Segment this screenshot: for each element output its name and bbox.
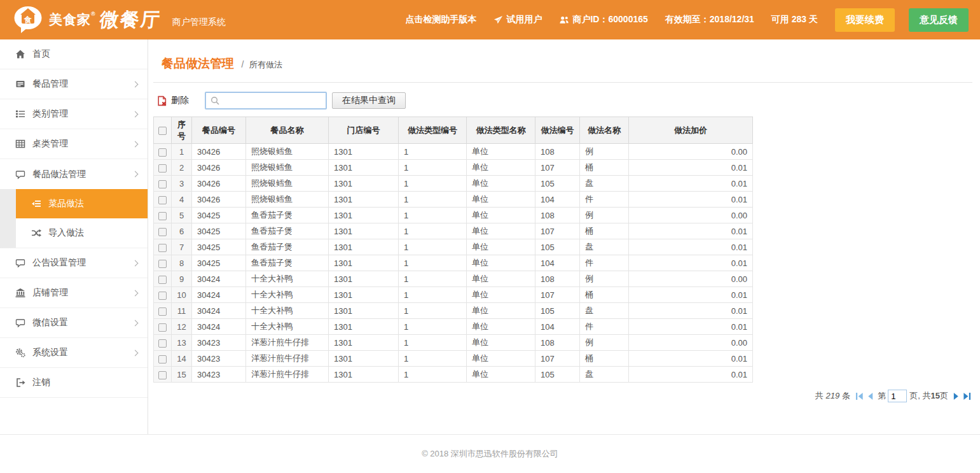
- row-checkbox[interactable]: [158, 371, 167, 379]
- table-cell: 30424: [192, 303, 246, 319]
- table-cell: 108: [535, 271, 580, 287]
- table-cell: 104: [535, 255, 580, 271]
- table-cell: 单位: [467, 319, 535, 335]
- table-cell: 30425: [192, 255, 246, 271]
- table-cell: 件: [580, 192, 629, 208]
- row-checkbox[interactable]: [158, 244, 167, 252]
- table-cell: 鱼香茄子煲: [246, 208, 329, 223]
- row-checkbox[interactable]: [158, 323, 167, 332]
- search-input[interactable]: [223, 93, 326, 108]
- row-checkbox[interactable]: [158, 307, 167, 316]
- sidebar-item-home[interactable]: 首页: [0, 39, 148, 69]
- table-cell: 14: [172, 351, 192, 367]
- row-checkbox[interactable]: [158, 292, 167, 300]
- feedback-button[interactable]: 意见反馈: [909, 8, 969, 32]
- sidebar-subitem-import-methods[interactable]: 导入做法: [16, 218, 148, 248]
- table-cell: 照烧银鳕鱼: [246, 160, 329, 176]
- row-checkbox[interactable]: [158, 212, 167, 220]
- sidebar-item-announcement-settings[interactable]: 公告设置管理: [0, 248, 148, 278]
- row-checkbox-cell: [154, 319, 172, 335]
- previous-page-button[interactable]: [866, 392, 874, 400]
- sidebar-item-dish-management[interactable]: 餐品管理: [0, 69, 148, 99]
- check-assistant-version-link[interactable]: 点击检测助手版本: [405, 14, 476, 25]
- table-cell: 107: [535, 351, 580, 367]
- row-checkbox[interactable]: [158, 196, 167, 204]
- page-word-mid: 页, 共15页: [909, 390, 948, 402]
- brand-product-name: 微餐厅: [98, 7, 162, 33]
- row-checkbox[interactable]: [158, 164, 167, 173]
- bank-icon: [15, 288, 27, 298]
- first-page-button[interactable]: [855, 392, 864, 400]
- sidebar-item-table-type-management[interactable]: 桌类管理: [0, 129, 148, 159]
- sidebar: 首页 餐品管理 类别管理 桌类管理 餐品做法管理 菜品做法: [0, 39, 148, 434]
- row-checkbox[interactable]: [158, 355, 167, 364]
- row-checkbox[interactable]: [158, 148, 167, 157]
- row-checkbox[interactable]: [158, 339, 167, 348]
- chevron-right-icon: [132, 349, 139, 356]
- total-count-label: 共219条: [815, 390, 851, 402]
- table-cell: 1301: [329, 160, 399, 176]
- row-checkbox-cell: [154, 255, 172, 271]
- table-cell: 件: [580, 255, 629, 271]
- sidebar-item-system-settings[interactable]: 系统设置: [0, 338, 148, 368]
- days-left-label: 可用 283 天: [771, 14, 818, 25]
- row-checkbox[interactable]: [158, 260, 167, 268]
- table-cell: 1: [399, 319, 467, 335]
- search-in-results-button[interactable]: 在结果中查询: [332, 92, 406, 109]
- table-cell: 1301: [329, 208, 399, 223]
- table-cell: 1301: [329, 223, 399, 239]
- table-cell: 1301: [329, 192, 399, 208]
- users-icon: [559, 15, 569, 25]
- delete-button[interactable]: 删除: [156, 95, 189, 106]
- sidebar-item-wechat-settings[interactable]: 微信设置: [0, 308, 148, 338]
- row-checkbox[interactable]: [158, 180, 167, 188]
- trial-user-item[interactable]: 试用用户: [493, 14, 542, 25]
- renew-button[interactable]: 我要续费: [835, 8, 895, 32]
- merchant-id-label: 商户ID：60000165: [559, 14, 647, 25]
- table-cell: 107: [535, 160, 580, 176]
- brand-name: 美食家®: [49, 11, 96, 29]
- select-all-checkbox[interactable]: [158, 127, 167, 135]
- dish-board-icon: [15, 79, 27, 89]
- row-checkbox-cell: [154, 160, 172, 176]
- table-cell: 单位: [467, 192, 535, 208]
- table-row: 1330423洋葱汁煎牛仔排13011单位108例0.00: [154, 335, 753, 351]
- table-cell: 桶: [580, 223, 629, 239]
- table-cell: 十全大补鸭: [246, 319, 329, 335]
- table-cell: 单位: [467, 367, 535, 383]
- table-row: 1230424十全大补鸭13011单位104件0.01: [154, 319, 753, 335]
- next-page-button[interactable]: [952, 392, 960, 400]
- table-row: 230426照烧银鳕鱼13011单位107桶0.01: [154, 160, 753, 176]
- table-cell: 1: [399, 223, 467, 239]
- table-cell: 单位: [467, 255, 535, 271]
- table-cell: 7: [172, 239, 192, 255]
- table-cell: 桶: [580, 160, 629, 176]
- table-cell: 桶: [580, 351, 629, 367]
- table-cell: 照烧银鳕鱼: [246, 144, 329, 160]
- row-checkbox[interactable]: [158, 228, 167, 236]
- table-row: 130426照烧银鳕鱼13011单位108例0.00: [154, 144, 753, 160]
- sidebar-item-method-management[interactable]: 餐品做法管理: [0, 159, 148, 189]
- last-page-button[interactable]: [963, 392, 971, 400]
- sidebar-subitem-dish-methods[interactable]: 菜品做法: [16, 189, 148, 218]
- list-icon: [15, 109, 27, 119]
- row-checkbox[interactable]: [158, 276, 167, 284]
- row-checkbox-cell: [154, 335, 172, 351]
- breadcrumb-current: 所有做法: [249, 60, 282, 69]
- table-cell: 1: [399, 367, 467, 383]
- delete-file-icon: [156, 95, 167, 106]
- table-cell: 桶: [580, 287, 629, 303]
- table-cell: 1: [399, 351, 467, 367]
- table-cell: 例: [580, 335, 629, 351]
- table-cell: 30423: [192, 335, 246, 351]
- column-header: 做法名称: [580, 117, 629, 144]
- pagination: 共219条 第 页, 共15页: [153, 390, 972, 402]
- table-cell: 1301: [329, 303, 399, 319]
- table-cell: 盘: [580, 239, 629, 255]
- sidebar-item-category-management[interactable]: 类别管理: [0, 99, 148, 129]
- sidebar-item-logout[interactable]: 注销: [0, 368, 148, 398]
- page-number-input[interactable]: [888, 390, 907, 402]
- expiry-date-label: 有效期至：2018/12/31: [665, 14, 754, 25]
- topnav: 点击检测助手版本 试用用户 商户ID：60000165 有效期至：2018/12…: [405, 14, 818, 25]
- sidebar-item-store-management[interactable]: 店铺管理: [0, 278, 148, 308]
